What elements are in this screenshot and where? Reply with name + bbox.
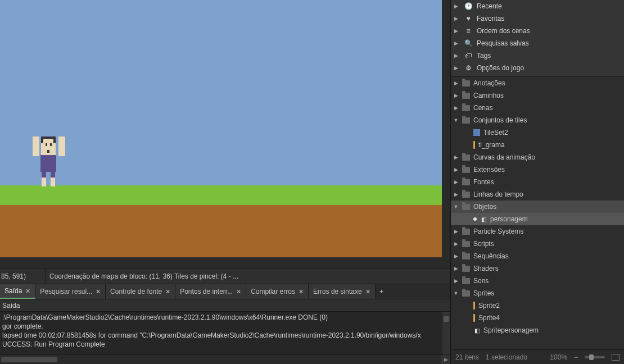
folder-icon (462, 105, 470, 111)
folder-icon (462, 204, 470, 210)
quick-access-label: Favoritas (477, 15, 504, 22)
expand-arrow-icon[interactable] (453, 117, 459, 123)
sprite-strip-icon (473, 141, 475, 149)
output-scrollbar-vertical[interactable] (442, 312, 450, 354)
room-viewport[interactable] (0, 0, 450, 268)
folder-icon (462, 179, 470, 185)
folder-label: Sprites (473, 289, 494, 297)
close-icon[interactable]: ✕ (365, 288, 370, 295)
close-icon[interactable]: ✕ (165, 288, 170, 295)
asset-item[interactable]: tl_grama (451, 139, 624, 151)
output-log[interactable]: :\ProgramData\GameMakerStudio2\Cache\run… (0, 312, 450, 354)
asset-label: Spritepersonagem (483, 326, 539, 334)
tile-info: Coordenação de mapa de bloco: (11, 36) T… (46, 272, 238, 280)
output-tab[interactable]: Controle de fonte✕ (106, 284, 175, 299)
asset-item[interactable]: Sprite2 (451, 299, 624, 312)
expand-arrow-icon[interactable] (453, 16, 459, 21)
expand-arrow-icon[interactable] (453, 154, 459, 160)
asset-folder[interactable]: Sprites (451, 287, 624, 299)
asset-folder[interactable]: Fontes (451, 176, 624, 188)
asset-item[interactable]: TileSet2 (451, 126, 624, 139)
expand-arrow-icon[interactable] (453, 253, 459, 259)
expand-arrow-icon[interactable] (453, 53, 459, 58)
asset-folder[interactable]: Caminhos (451, 89, 624, 102)
asset-folder[interactable]: Conjuntos de tiles (451, 114, 624, 126)
expand-arrow-icon[interactable] (453, 192, 459, 197)
asset-folder[interactable]: Curvas da animação (451, 151, 624, 163)
folder-icon (462, 167, 470, 173)
quick-access-item[interactable]: ⚙Opções do jogo (451, 62, 624, 74)
expand-arrow-icon[interactable] (453, 28, 459, 34)
output-tab[interactable]: Pontos de interr...✕ (175, 284, 246, 299)
zoom-out-icon[interactable]: − (574, 353, 578, 361)
close-icon[interactable]: ✕ (236, 288, 241, 295)
asset-browser[interactable]: AnotaçõesCaminhosCenasConjuntos de tiles… (451, 77, 624, 349)
quick-access-item[interactable]: ≡Ordem dos cenas (451, 25, 624, 37)
asset-folder[interactable]: Particle Systems (451, 225, 624, 238)
expand-arrow-icon[interactable] (453, 179, 459, 185)
asset-folder[interactable]: Shaders (451, 262, 624, 275)
order-icon: ≡ (464, 27, 472, 35)
asset-folder[interactable]: Anotações (451, 77, 624, 89)
expand-arrow-icon[interactable] (453, 278, 459, 284)
asset-folder[interactable]: Linhas do tempo (451, 188, 624, 201)
expand-arrow-icon[interactable] (453, 80, 459, 86)
expand-arrow-icon[interactable] (453, 167, 459, 172)
output-line: :\ProgramData\GameMakerStudio2\Cache\run… (2, 313, 448, 322)
asset-item[interactable]: ◧Spritepersonagem (451, 324, 624, 336)
expand-arrow-icon[interactable] (453, 93, 459, 98)
quick-access-item[interactable]: 🏷Tags (451, 49, 624, 62)
item-count: 21 itens (455, 353, 479, 361)
quick-access-item[interactable]: ♥Favoritas (451, 12, 624, 25)
quick-access-label: Ordem dos cenas (477, 27, 530, 35)
zoom-percent: 100% (550, 353, 567, 361)
asset-item[interactable]: Sprite4 (451, 312, 624, 324)
asset-folder[interactable]: Sons (451, 275, 624, 287)
expand-arrow-icon[interactable] (453, 290, 459, 296)
output-tab[interactable]: Saída✕ (0, 284, 35, 299)
output-tab[interactable]: Pesquisar resul...✕ (35, 284, 106, 299)
expand-arrow-icon[interactable] (453, 204, 459, 210)
expand-arrow-icon[interactable] (453, 65, 459, 71)
output-tab[interactable]: Compilar erros✕ (246, 284, 309, 299)
folder-label: Shaders (473, 265, 499, 272)
expand-arrow-icon[interactable] (453, 105, 459, 111)
quick-access-label: Tags (477, 52, 491, 60)
asset-folder[interactable]: Objetos (451, 201, 624, 213)
search-icon: 🔍 (464, 39, 472, 47)
asset-folder[interactable]: Scripts (451, 238, 624, 250)
quick-access-label: Recente (477, 2, 502, 10)
expand-arrow-icon[interactable] (453, 40, 459, 46)
expand-arrow-icon[interactable] (453, 241, 459, 247)
output-tab[interactable]: Erros de sintaxe✕ (309, 284, 376, 299)
folder-label: Conjuntos de tiles (473, 116, 527, 124)
close-icon[interactable]: ✕ (25, 288, 30, 295)
close-icon[interactable]: ✕ (299, 288, 304, 295)
scroll-right-arrow-icon[interactable]: ▶ (441, 355, 450, 364)
asset-folder[interactable]: Extensões (451, 163, 624, 176)
view-mode-toggle[interactable] (612, 354, 620, 361)
expand-arrow-icon[interactable] (453, 266, 459, 271)
sprite-strip-icon (473, 302, 475, 310)
quick-access-item[interactable]: 🕑Recente (451, 0, 624, 12)
asset-folder[interactable]: Sequências (451, 250, 624, 262)
add-tab-button[interactable]: + (376, 284, 388, 299)
output-line: gor complete. (2, 322, 448, 331)
output-line: lapsed time 00:02:07.8581458s for comman… (2, 331, 448, 340)
expand-arrow-icon[interactable] (453, 229, 459, 234)
close-icon[interactable]: ✕ (96, 288, 101, 295)
folder-icon (462, 80, 470, 87)
asset-folder[interactable]: Cenas (451, 102, 624, 114)
output-scrollbar-horizontal[interactable]: ▶ (0, 354, 450, 364)
folder-icon (462, 278, 470, 284)
folder-label: Fontes (473, 178, 494, 186)
gear-icon: ⚙ (464, 64, 472, 72)
folder-icon (462, 117, 470, 124)
folder-label: Extensões (473, 166, 505, 174)
folder-label: Sequências (473, 252, 509, 260)
asset-item[interactable]: ◧personagem (451, 213, 624, 225)
character-sprite (31, 136, 65, 187)
zoom-slider[interactable] (585, 356, 605, 358)
quick-access-item[interactable]: 🔍Pesquisas salvas (451, 37, 624, 49)
expand-arrow-icon[interactable] (453, 3, 459, 9)
